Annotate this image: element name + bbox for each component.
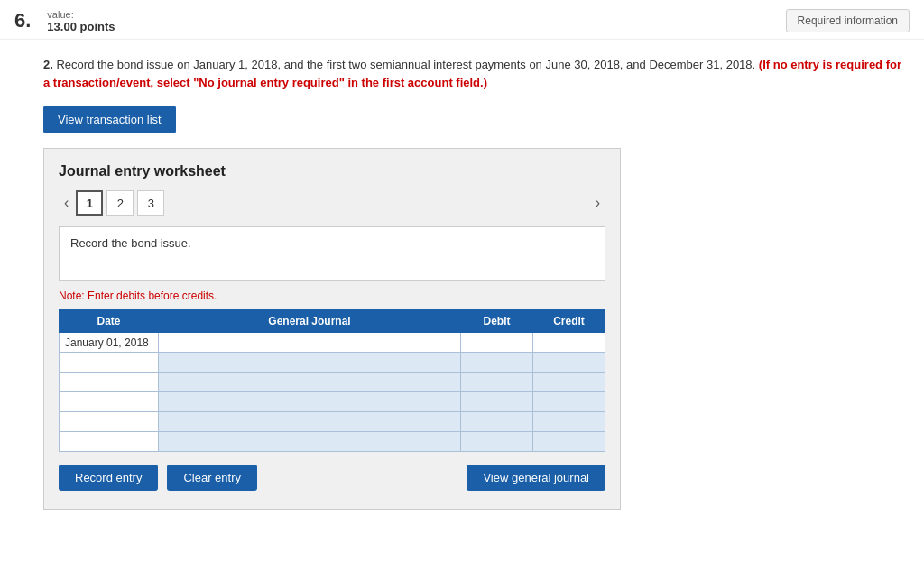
- top-bar: 6. value: 13.00 points Required informat…: [0, 0, 924, 40]
- view-transaction-list-button[interactable]: View transaction list: [43, 106, 176, 133]
- page-2-button[interactable]: 2: [106, 190, 134, 216]
- credit-cell-6[interactable]: [533, 432, 605, 452]
- journal-cell-2[interactable]: [159, 353, 461, 373]
- credit-input-1[interactable]: [533, 333, 605, 352]
- table-header-row: Date General Journal Debit Credit: [60, 310, 605, 333]
- journal-input-6[interactable]: [159, 432, 460, 451]
- debit-cell-1[interactable]: [461, 333, 533, 353]
- debit-input-3[interactable]: [461, 373, 532, 391]
- debit-cell-4[interactable]: [461, 392, 533, 412]
- debit-input-2[interactable]: [461, 353, 532, 372]
- journal-input-4[interactable]: [159, 392, 460, 411]
- debit-input-1[interactable]: [461, 333, 532, 352]
- record-entry-button[interactable]: Record entry: [59, 465, 158, 491]
- journal-cell-1[interactable]: [159, 333, 461, 353]
- credit-cell-4[interactable]: [533, 392, 605, 412]
- debit-cell-2[interactable]: [461, 353, 533, 373]
- page-1-button[interactable]: 1: [76, 190, 103, 216]
- credit-cell-5[interactable]: [533, 412, 605, 432]
- question-body: Record the bond issue on January 1, 2018…: [56, 58, 755, 71]
- question-text: 2. Record the bond issue on January 1, 2…: [43, 56, 902, 91]
- credit-input-6[interactable]: [533, 432, 605, 451]
- value-label: value:: [47, 9, 115, 20]
- top-header-left: 6. value: 13.00 points: [14, 9, 116, 33]
- table-row: [60, 432, 605, 452]
- credit-cell-2[interactable]: [533, 353, 605, 373]
- date-cell-2: [60, 353, 159, 373]
- table-row: [60, 373, 605, 392]
- journal-cell-6[interactable]: [159, 432, 461, 452]
- journal-cell-5[interactable]: [159, 412, 461, 432]
- prev-page-button[interactable]: ‹: [59, 191, 74, 215]
- credit-cell-1[interactable]: [533, 333, 605, 353]
- value-info: value: 13.00 points: [47, 9, 115, 33]
- action-buttons: Record entry Clear entry View general jo…: [59, 465, 605, 491]
- journal-cell-3[interactable]: [159, 373, 461, 392]
- debit-cell-3[interactable]: [461, 373, 533, 392]
- clear-entry-button[interactable]: Clear entry: [167, 465, 257, 491]
- credit-input-2[interactable]: [533, 353, 605, 372]
- credit-input-4[interactable]: [533, 392, 605, 411]
- next-page-button[interactable]: ›: [590, 191, 605, 215]
- journal-input-2[interactable]: [159, 353, 460, 372]
- page-wrapper: 6. value: 13.00 points Required informat…: [0, 0, 924, 580]
- journal-input-1[interactable]: [159, 333, 460, 352]
- pagination: ‹ 1 2 3 ›: [59, 190, 605, 216]
- date-cell-6: [60, 432, 159, 452]
- table-row: [60, 392, 605, 412]
- th-credit: Credit: [533, 310, 605, 333]
- note-text: Note: Enter debits before credits.: [59, 290, 605, 302]
- debit-input-4[interactable]: [461, 392, 532, 411]
- date-cell-4: [60, 392, 159, 412]
- journal-input-3[interactable]: [159, 373, 460, 391]
- credit-input-3[interactable]: [533, 373, 605, 391]
- worksheet-container: Journal entry worksheet ‹ 1 2 3 › Record…: [43, 148, 621, 510]
- page-3-button[interactable]: 3: [137, 190, 164, 216]
- value-points: 13.00 points: [47, 20, 115, 33]
- th-general-journal: General Journal: [159, 310, 461, 333]
- journal-input-5[interactable]: [159, 412, 460, 431]
- debit-input-5[interactable]: [461, 412, 532, 431]
- table-row: [60, 353, 605, 373]
- credit-input-5[interactable]: [533, 412, 605, 431]
- journal-table: Date General Journal Debit Credit Januar…: [59, 309, 605, 452]
- th-debit: Debit: [461, 310, 533, 333]
- table-row: [60, 412, 605, 432]
- record-description-text: Record the bond issue.: [70, 236, 191, 250]
- credit-cell-3[interactable]: [533, 373, 605, 392]
- worksheet-title: Journal entry worksheet: [59, 163, 605, 180]
- table-row: January 01, 2018: [60, 333, 605, 353]
- th-date: Date: [60, 310, 159, 333]
- date-cell-3: [60, 373, 159, 392]
- question-number: 6.: [14, 9, 31, 32]
- main-content: 2. Record the bond issue on January 1, 2…: [0, 40, 924, 528]
- view-general-journal-button[interactable]: View general journal: [467, 465, 605, 491]
- required-information-button[interactable]: Required information: [786, 9, 910, 32]
- date-cell-1: January 01, 2018: [60, 333, 159, 353]
- record-description-box: Record the bond issue.: [59, 226, 605, 281]
- debit-cell-5[interactable]: [461, 412, 533, 432]
- date-cell-5: [60, 412, 159, 432]
- question-number-label: 2.: [43, 58, 53, 71]
- debit-input-6[interactable]: [461, 432, 532, 451]
- journal-cell-4[interactable]: [159, 392, 461, 412]
- debit-cell-6[interactable]: [461, 432, 533, 452]
